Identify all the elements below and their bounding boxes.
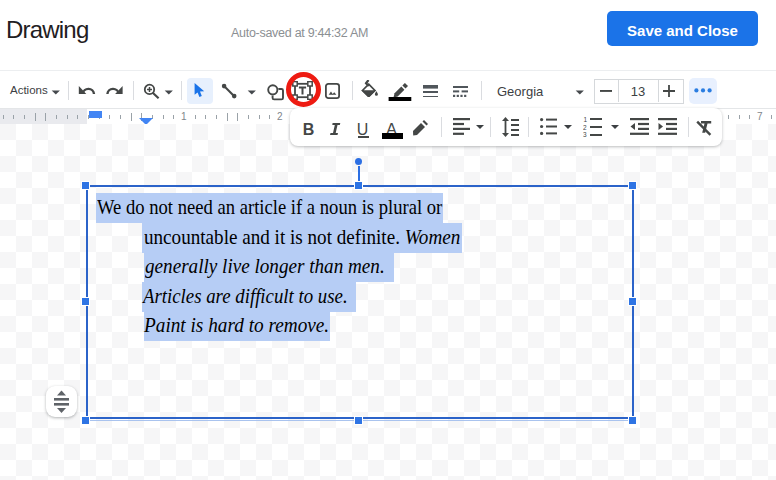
svg-text:2: 2 <box>583 124 587 131</box>
svg-text:1: 1 <box>583 116 587 123</box>
svg-text:3: 3 <box>583 131 587 137</box>
